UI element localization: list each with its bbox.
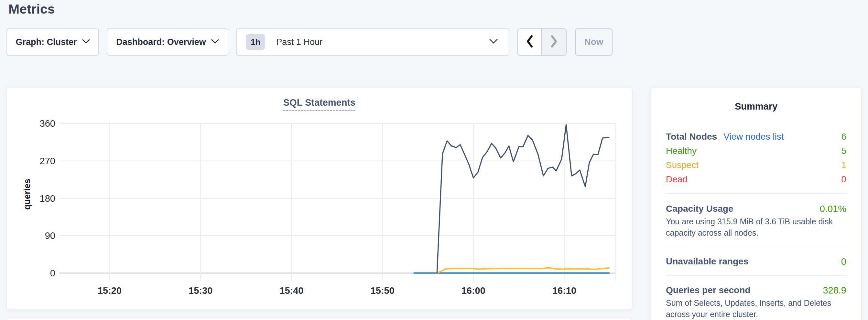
divider (666, 193, 846, 194)
capacity-usage-description: You are using 315.9 MiB of 3.6 TiB usabl… (666, 216, 846, 238)
queries-per-second-row: Queries per second 328.9 (666, 283, 846, 297)
summary-title: Summary (666, 100, 846, 112)
next-timewindow-button[interactable] (542, 29, 566, 55)
x-tick-label: 15:30 (189, 285, 213, 296)
divider (666, 276, 846, 276)
healthy-value: 5 (841, 146, 846, 156)
prev-timewindow-button[interactable] (518, 29, 542, 55)
unavailable-ranges-label: Unavailable ranges (666, 256, 748, 267)
node-status-row-dead: Dead 0 (666, 172, 846, 187)
time-range-selector[interactable]: 1h Past 1 Hour (236, 28, 509, 56)
x-tick-label: 15:50 (371, 285, 395, 296)
chevron-right-icon (550, 34, 558, 50)
view-nodes-list-link[interactable]: View nodes list (723, 132, 784, 142)
y-tick-label: 360 (40, 118, 55, 129)
queries-per-second-value: 328.9 (823, 285, 846, 296)
dead-value: 0 (841, 174, 846, 185)
chevron-down-icon (211, 39, 219, 45)
dashboard-dropdown[interactable]: Dashboard: Overview (107, 28, 228, 56)
now-button[interactable]: Now (575, 28, 613, 56)
series-dark-blue-line (437, 125, 609, 273)
summary-card: Summary Total Nodes View nodes list 6 He… (651, 87, 862, 320)
node-status-row-suspect: Suspect 1 (666, 158, 846, 172)
timewindow-nav (518, 28, 567, 56)
y-tick-label: 180 (40, 193, 55, 204)
y-tick-label: 0 (50, 268, 55, 278)
time-range-badge: 1h (246, 34, 265, 50)
node-status-list: Total Nodes View nodes list 6 Healthy 5 … (666, 130, 846, 187)
graph-scope-label: Graph: Cluster (16, 37, 76, 47)
page-title: Metrics (8, 0, 55, 18)
unavailable-ranges-value: 0 (841, 256, 846, 267)
dead-label: Dead (666, 174, 687, 185)
divider (666, 247, 846, 247)
capacity-usage-value: 0.01% (820, 204, 846, 214)
node-status-row-healthy: Healthy 5 (666, 144, 846, 158)
chevron-down-icon (489, 39, 498, 45)
queries-per-second-description: Sum of Selects, Updates, Inserts, and De… (666, 297, 846, 320)
y-tick-label: 90 (45, 230, 55, 241)
capacity-usage-row: Capacity Usage 0.01% (666, 202, 846, 216)
healthy-label: Healthy (666, 146, 696, 156)
capacity-usage-label: Capacity Usage (666, 204, 734, 214)
next-chart-card-partial (6, 318, 632, 320)
x-tick-label: 16:10 (552, 285, 576, 296)
total-nodes-value: 6 (841, 132, 846, 142)
unavailable-ranges-row: Unavailable ranges 0 (666, 254, 846, 268)
total-nodes-row: Total Nodes View nodes list 6 (666, 130, 846, 144)
time-range-label: Past 1 Hour (276, 37, 322, 47)
x-tick-label: 15:40 (279, 285, 303, 296)
y-axis-label: queries (22, 179, 32, 210)
total-nodes-label: Total Nodes (666, 132, 717, 142)
sql-statements-chart[interactable]: 09018027036015:2015:3015:4015:5016:0016:… (7, 88, 632, 310)
graph-scope-dropdown[interactable]: Graph: Cluster (6, 28, 99, 56)
y-tick-label: 270 (40, 156, 55, 166)
suspect-label: Suspect (666, 160, 699, 170)
x-tick-label: 16:00 (462, 285, 486, 296)
sql-statements-card: SQL Statements 09018027036015:2015:3015:… (6, 87, 632, 310)
chevron-down-icon (82, 39, 90, 45)
chevron-left-icon (526, 34, 534, 50)
dashboard-label: Dashboard: Overview (116, 37, 206, 47)
x-tick-label: 15:20 (98, 285, 122, 296)
queries-per-second-label: Queries per second (666, 285, 750, 295)
suspect-value: 1 (841, 160, 846, 170)
